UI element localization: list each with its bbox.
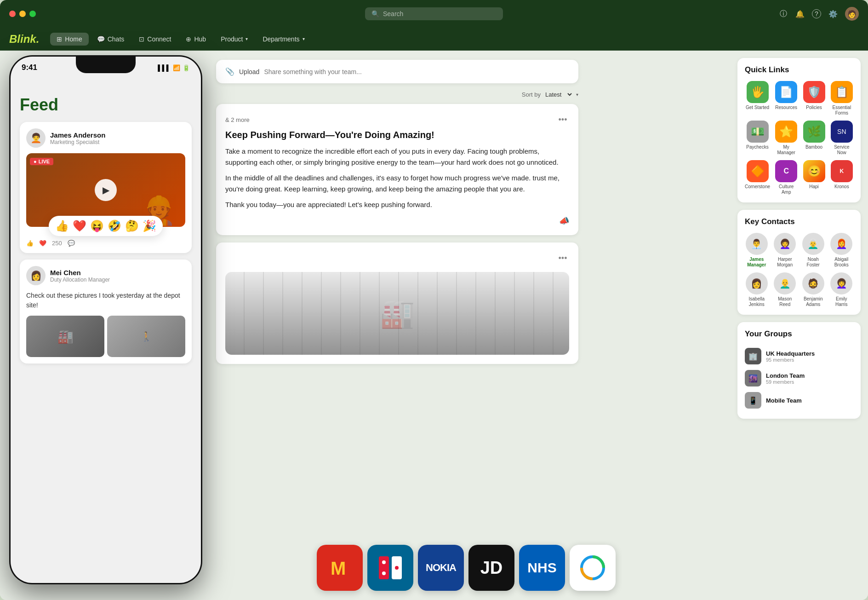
reaction-party[interactable]: 🎉 <box>143 219 156 232</box>
nav-home[interactable]: ⊞ Home <box>50 33 88 46</box>
post-options-button-2[interactable]: ••• <box>556 252 569 265</box>
help-icon[interactable]: ? <box>812 9 821 18</box>
your-groups-title: Your Groups <box>745 329 853 339</box>
warehouse-image: 🏭 <box>225 272 569 355</box>
nav-chats[interactable]: 💬 Chats <box>91 33 131 46</box>
brand-jd[interactable]: JD <box>468 545 514 591</box>
nav-connect[interactable]: ⊡ Connect <box>132 33 177 46</box>
contact-avatar-abigail: 👩‍🦰 <box>830 233 852 255</box>
your-groups-section: Your Groups 🏢 UK Headquarters 95 members… <box>737 322 861 419</box>
minimize-button[interactable] <box>19 11 26 17</box>
battery-icon: 🔋 <box>183 64 190 71</box>
search-bar[interactable]: 🔍 <box>365 7 503 20</box>
quick-link-kronos[interactable]: K Kronos <box>830 160 853 195</box>
contact-name-abigail: Abigail Brooks <box>830 257 854 268</box>
post-title: Keep Pushing Forward—You're Doing Amazin… <box>225 130 569 140</box>
play-button[interactable]: ▶ <box>95 179 117 201</box>
share-input[interactable] <box>264 68 569 75</box>
nav-departments[interactable]: Departments ▾ <box>256 33 311 46</box>
reaction-heart[interactable]: ❤️ <box>73 219 86 232</box>
sort-select[interactable]: Latest Oldest Popular <box>543 91 573 98</box>
hub-icon: ⊕ <box>186 35 191 43</box>
phone-reactions: 👍 ❤️ 😝 🤣 🤔 🎉 <box>49 216 163 236</box>
quick-link-cornerstone[interactable]: 🔶 Cornerstone <box>745 160 770 195</box>
quick-link-policies[interactable]: 🛡️ Policies <box>802 81 825 116</box>
brand-blink[interactable] <box>570 545 616 591</box>
group-name-london: London Team <box>766 372 853 379</box>
info-icon[interactable]: ⓘ <box>779 9 788 18</box>
quick-link-my-manager[interactable]: ⭐ My Manager <box>775 121 798 156</box>
group-london-team[interactable]: 🌆 London Team 59 members <box>745 367 853 389</box>
contact-name-mason: Mason Reed <box>773 296 797 307</box>
comment-icon[interactable]: 💬 <box>68 240 75 247</box>
contact-mason-reed[interactable]: 👨‍🦲 Mason Reed <box>773 272 797 307</box>
group-uk-headquarters[interactable]: 🏢 UK Headquarters 95 members <box>745 345 853 367</box>
contact-isabella-jenkins[interactable]: 👩 Isabella Jenkins <box>745 272 769 307</box>
brand-nokia[interactable]: NOKIA <box>418 545 464 591</box>
chevron-down-icon-2: ▾ <box>303 36 305 41</box>
reaction-think[interactable]: 🤔 <box>125 219 139 232</box>
fullscreen-button[interactable] <box>29 11 36 17</box>
group-name-uk: UK Headquarters <box>766 350 853 357</box>
quick-link-paychecks[interactable]: 💵 Paychecks <box>745 121 770 156</box>
quick-link-resources[interactable]: 📄 Resources <box>775 81 798 116</box>
phone-poster-role-2: Duty Allocation Manager <box>50 277 110 283</box>
phone-post-header-1: 🧑‍🦱 James Anderson Marketing Specialist <box>26 128 185 148</box>
quick-link-essential-forms[interactable]: 📋 Essential Forms <box>830 81 853 116</box>
phone-time: 9:41 <box>22 63 37 72</box>
contact-avatar-benjamin: 🧔 <box>802 272 824 294</box>
post-card-2: ••• 🏭 <box>216 242 578 364</box>
search-input[interactable] <box>383 10 497 17</box>
contact-avatar-isabella: 👩 <box>746 272 768 294</box>
heart-icon[interactable]: ❤️ <box>39 240 46 247</box>
phone-avatar-1: 🧑‍🦱 <box>26 128 46 148</box>
hapi-icon: 😊 <box>803 160 825 182</box>
like-icon[interactable]: 👍 <box>26 240 34 247</box>
my-manager-icon: ⭐ <box>775 121 797 143</box>
post-card-1: & 2 more ••• Keep Pushing Forward—You're… <box>216 104 578 235</box>
bell-icon[interactable]: 🔔 <box>795 9 805 18</box>
contacts-grid: 👨‍💼 James Manager 👩‍🦱 Harper Morgan 👨‍🦳 … <box>745 233 853 307</box>
brand-dominos[interactable] <box>367 545 413 591</box>
user-avatar[interactable]: 🧑 <box>845 7 859 21</box>
contact-benjamin-adams[interactable]: 🧔 Benjamin Adams <box>801 272 825 307</box>
megaphone-icon: 📣 <box>559 216 569 226</box>
main-content: 9:41 ▌▌▌ 📶 🔋 Feed 🧑‍🦱 <box>0 51 868 600</box>
settings-icon[interactable]: ⚙️ <box>828 9 838 18</box>
group-members-uk: 95 members <box>766 357 853 363</box>
contact-abigail-brooks[interactable]: 👩‍🦰 Abigail Brooks <box>830 233 854 268</box>
search-icon: 🔍 <box>371 10 379 17</box>
nav-product[interactable]: Product ▾ <box>214 33 254 46</box>
depot-image-2: 🚶 <box>107 316 185 357</box>
contact-james-manager[interactable]: 👨‍💼 James Manager <box>745 233 769 268</box>
reaction-thumbs[interactable]: 👍 <box>55 219 69 232</box>
reaction-laugh[interactable]: 🤣 <box>108 219 121 232</box>
svg-point-4 <box>382 571 386 575</box>
group-mobile-team[interactable]: 📱 Mobile Team <box>745 389 853 411</box>
kronos-icon: K <box>831 160 853 182</box>
contact-harper-morgan[interactable]: 👩‍🦱 Harper Morgan <box>773 233 797 268</box>
jd-text: JD <box>480 558 503 578</box>
close-button[interactable] <box>9 11 16 17</box>
brand-nhs[interactable]: NHS <box>519 545 565 591</box>
paychecks-label: Paychecks <box>746 144 768 150</box>
get-started-label: Get Started <box>746 105 769 110</box>
quick-link-hapi[interactable]: 😊 Hapi <box>802 160 825 195</box>
reaction-tongue[interactable]: 😝 <box>90 219 104 232</box>
quick-link-bamboo[interactable]: 🌿 Bamboo <box>802 121 825 156</box>
quick-link-culture-amp[interactable]: C Culture Amp <box>775 160 798 195</box>
group-members-london: 59 members <box>766 379 853 385</box>
quick-link-service-now[interactable]: SN Service Now <box>830 121 853 156</box>
group-info-mobile: Mobile Team <box>766 397 853 404</box>
blink-circle-icon <box>579 554 606 582</box>
contact-emily-harris[interactable]: 👩‍🦱 Emily Harris <box>830 272 854 307</box>
chevron-down-icon: ▾ <box>246 36 248 41</box>
contact-noah-foster[interactable]: 👨‍🦳 Noah Foster <box>801 233 825 268</box>
brand-mcdonalds[interactable]: M <box>317 545 363 591</box>
group-avatar-london: 🌆 <box>745 370 761 387</box>
phone-avatar-2: 👩 <box>26 266 46 285</box>
paychecks-icon: 💵 <box>747 121 769 143</box>
post-options-button[interactable]: ••• <box>556 113 569 126</box>
nav-hub[interactable]: ⊕ Hub <box>179 33 212 46</box>
quick-link-get-started[interactable]: 🖐️ Get Started <box>745 81 770 116</box>
